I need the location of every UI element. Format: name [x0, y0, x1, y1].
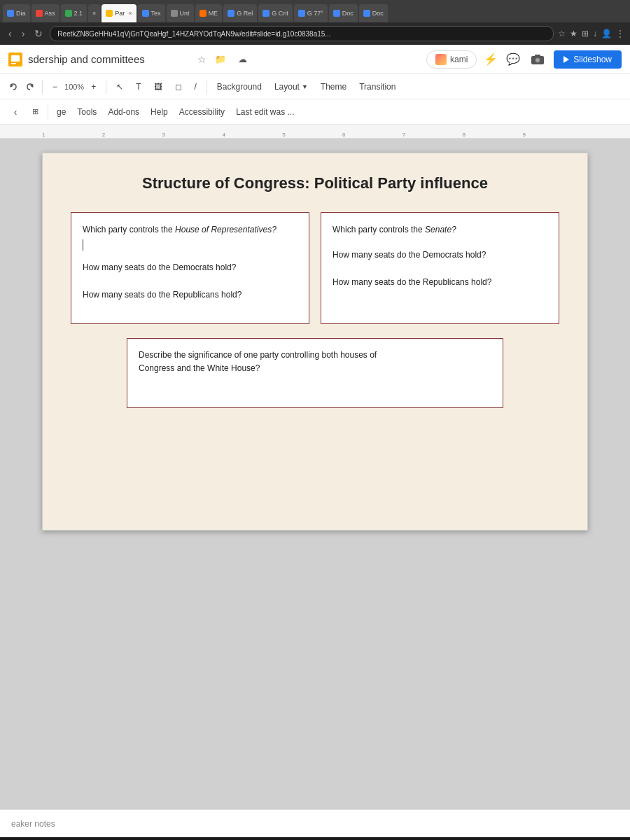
line-tool-button[interactable]: /: [189, 79, 202, 94]
transition-button[interactable]: Transition: [354, 79, 401, 94]
toolbar-divider-3: [206, 80, 207, 94]
download-icon[interactable]: ↓: [593, 29, 597, 38]
tab-x[interactable]: ×: [88, 4, 100, 22]
slides-title-bar: sdership and committees ☆ 📁 ☁ kami ⚡ 💬 S…: [0, 45, 630, 74]
speaker-notes-label[interactable]: eaker notes: [11, 819, 55, 829]
tab-dia[interactable]: Dia: [3, 4, 30, 22]
menu-last-edit[interactable]: Last edit was ...: [230, 104, 300, 120]
ruler-mark-5: 5: [282, 132, 285, 138]
senate-line3: How many seats do the Republicans hold?: [332, 275, 547, 290]
camera-button[interactable]: [527, 51, 548, 68]
slides-app: sdership and committees ☆ 📁 ☁ kami ⚡ 💬 S…: [0, 45, 630, 837]
menu-divider-1: [48, 105, 48, 119]
house-italic: House of Representatives?: [175, 225, 276, 234]
main-area: Structure of Congress: Political Party i…: [0, 139, 630, 809]
house-question-box[interactable]: Which party controls the House of Repres…: [71, 212, 309, 324]
text-cursor: [83, 239, 83, 251]
last-edit-text: Last edit was ...: [236, 107, 294, 117]
undo-icon: [8, 82, 18, 92]
slideshow-button[interactable]: Slideshow: [554, 50, 622, 69]
significance-box[interactable]: Describe the significance of one party c…: [127, 338, 503, 408]
ruler-mark-2: 2: [102, 132, 105, 138]
undo-button[interactable]: [6, 79, 21, 94]
star-button[interactable]: ☆: [197, 54, 206, 65]
tab-me[interactable]: ME: [195, 4, 223, 22]
tab-doc1[interactable]: Doc: [329, 4, 358, 22]
comment-icon[interactable]: 💬: [505, 51, 522, 68]
slides-panel-button[interactable]: ⊞: [25, 102, 45, 122]
senate-question-box[interactable]: Which party controls the Senate? How man…: [321, 212, 559, 324]
tab-par[interactable]: Par ×: [102, 4, 136, 22]
slide-canvas-area[interactable]: Structure of Congress: Political Party i…: [0, 139, 630, 809]
tab-doc2[interactable]: Doc: [359, 4, 388, 22]
slide-two-columns: Which party controls the House of Repres…: [71, 212, 559, 324]
ruler-mark-6: 6: [342, 132, 345, 138]
svg-point-5: [536, 59, 539, 62]
svg-rect-1: [11, 55, 20, 62]
secondary-menu-bar: ‹ ⊞ ge Tools Add-ons Help Accessibility …: [0, 99, 630, 125]
slide[interactable]: Structure of Congress: Political Party i…: [42, 153, 588, 531]
kami-logo: [435, 54, 447, 65]
tab-ass[interactable]: Ass: [31, 4, 59, 22]
move-to-folder-button[interactable]: 📁: [212, 51, 229, 68]
cursor-tool-button[interactable]: ↖: [111, 79, 129, 94]
shape-tool-button[interactable]: ◻: [169, 79, 188, 94]
url-input[interactable]: [50, 26, 554, 41]
menu-ge[interactable]: ge: [51, 104, 71, 120]
speaker-notes-bar[interactable]: eaker notes: [0, 809, 630, 837]
ruler-content: 1 2 3 4 5 6 7 8 9: [42, 125, 588, 138]
ruler-mark-7: 7: [402, 132, 405, 138]
ruler-mark-8: 8: [463, 132, 465, 138]
address-bar: ‹ › ↻ ☆ ★ ⊞ ↓ 👤 ⋮: [0, 22, 630, 45]
slides-logo: [8, 52, 22, 66]
significance-text-line2: Congress and the White House?: [139, 362, 491, 375]
forward-button[interactable]: ›: [19, 27, 28, 41]
layout-dropdown-icon: ▼: [302, 83, 308, 90]
tab-21[interactable]: 2.1: [61, 4, 88, 22]
background-button[interactable]: Background: [211, 79, 267, 94]
text-tool-button[interactable]: T: [130, 79, 146, 94]
tab-tex[interactable]: Tex: [138, 4, 165, 22]
reload-button[interactable]: ↻: [31, 27, 46, 41]
bottom-dark-area: [0, 837, 630, 840]
zoom-in-button[interactable]: +: [85, 79, 102, 94]
trend-icon[interactable]: ⚡: [482, 51, 499, 68]
ruler-mark-4: 4: [222, 132, 225, 138]
menu-tools[interactable]: Tools: [71, 104, 102, 120]
ruler-mark-9: 9: [522, 132, 525, 138]
menu-help[interactable]: Help: [145, 104, 174, 120]
theme-button[interactable]: Theme: [315, 79, 352, 94]
back-nav-button[interactable]: ‹: [6, 102, 25, 122]
star-icon[interactable]: ★: [570, 29, 578, 38]
menu-addons[interactable]: Add-ons: [102, 104, 145, 120]
tab-g77[interactable]: G 77°: [294, 4, 328, 22]
ruler-mark-1: 1: [42, 132, 45, 138]
layout-button[interactable]: Layout ▼: [269, 79, 314, 94]
menu-accessibility[interactable]: Accessibility: [174, 104, 230, 120]
menu-icon[interactable]: ⋮: [616, 29, 624, 38]
browser-tab-row: Dia Ass 2.1 × Par × Tex Unt ME G Rel G C…: [0, 0, 630, 22]
redo-button[interactable]: [22, 79, 38, 94]
grid-icon[interactable]: ⊞: [582, 29, 589, 38]
image-tool-button[interactable]: 🖼: [148, 79, 168, 94]
tab-close-par[interactable]: ×: [128, 10, 132, 17]
back-button[interactable]: ‹: [6, 27, 15, 41]
tab-unt[interactable]: Unt: [167, 4, 194, 22]
cloud-save-button[interactable]: ☁: [234, 51, 251, 68]
bookmark-icon[interactable]: ☆: [558, 29, 566, 38]
menu-bar: − 100% + ↖ T 🖼 ◻ / Background Layout ▼ T…: [0, 74, 630, 99]
zoom-out-button[interactable]: −: [47, 79, 63, 94]
toolbar-divider-2: [106, 80, 106, 94]
account-icon[interactable]: 👤: [601, 29, 612, 38]
house-line2: How many seats do the Democrats hold?: [83, 260, 298, 276]
kami-button[interactable]: kami: [426, 50, 477, 69]
tab-gcrit[interactable]: G Crit: [258, 4, 293, 22]
tab-grel[interactable]: G Rel: [223, 4, 257, 22]
ruler-mark-3: 3: [162, 132, 165, 138]
toolbar-divider-1: [42, 80, 43, 94]
svg-rect-2: [11, 63, 16, 64]
significance-text-line1: Describe the significance of one party c…: [139, 349, 491, 362]
house-line3: How many seats do the Republicans hold?: [83, 288, 298, 303]
camera-icon: [531, 54, 545, 65]
house-line1: Which party controls the House of Repres…: [83, 223, 298, 238]
